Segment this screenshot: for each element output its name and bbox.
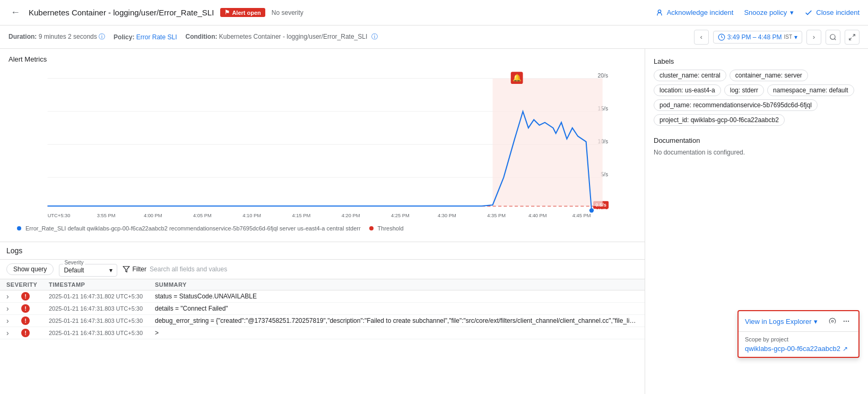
- policy-link[interactable]: Error Rate SLI: [136, 33, 177, 41]
- clock-icon: [718, 33, 725, 41]
- show-query-button[interactable]: Show query: [6, 263, 54, 275]
- svg-text:4:45 PM: 4:45 PM: [572, 213, 591, 218]
- svg-text:20/s: 20/s: [598, 73, 609, 79]
- filter-placeholder: Search all fields and values: [150, 265, 227, 273]
- logs-title: Logs: [6, 246, 22, 255]
- filter-icon-2: [829, 318, 836, 325]
- log-summary-3: >: [155, 329, 638, 337]
- alert-badge: ⚑ Alert open: [220, 8, 265, 17]
- severity-badge: No severity: [272, 9, 303, 16]
- scope-section: Scope by project qwiklabs-gcp-00-f6ca22a…: [739, 332, 858, 357]
- svg-text:4:05 PM: 4:05 PM: [193, 213, 212, 218]
- main-content: Alert Metrics 20/s 15/s 10/s 5/s 0.5/s: [0, 49, 868, 394]
- next-time-button[interactable]: ›: [806, 30, 821, 45]
- view-logs-explorer-button[interactable]: View in Logs Explorer ▾: [745, 318, 818, 326]
- log-timestamp-2: 2025-01-21 16:47:31.803 UTC+5:30: [49, 318, 155, 324]
- labels-section: Labels cluster_name: central container_n…: [654, 57, 860, 126]
- svg-text:🔔: 🔔: [513, 73, 522, 82]
- svg-text:4:10 PM: 4:10 PM: [242, 213, 261, 218]
- svg-text:4:00 PM: 4:00 PM: [144, 213, 162, 218]
- log-severity-icon-1: !: [21, 304, 30, 313]
- log-severity-icon-3: !: [21, 329, 30, 337]
- logs-controls: Show query Severity Default ▾ Filter Sea…: [0, 260, 645, 279]
- scope-project-link[interactable]: qwiklabs-gcp-00-f6ca22aabcb2 ↗: [745, 345, 852, 353]
- svg-text:3:55 PM: 3:55 PM: [97, 213, 116, 218]
- close-incident-button[interactable]: Close incident: [804, 8, 860, 17]
- duration-info-icon[interactable]: ⓘ: [99, 33, 105, 40]
- page-title: Kubernetes Container - logging/user/Erro…: [29, 8, 214, 17]
- label-chip: pod_name: recommendationservice-5b7695dc…: [654, 99, 818, 111]
- svg-text:4:20 PM: 4:20 PM: [342, 213, 360, 218]
- log-summary-0: status = StatusCode.UNAVAILABLE: [155, 293, 638, 300]
- filter-button[interactable]: Filter: [123, 265, 146, 273]
- acknowledge-button[interactable]: Acknowledge incident: [655, 8, 734, 17]
- label-chip: cluster_name: central: [654, 70, 726, 81]
- documentation-text: No documentation is configured.: [654, 149, 860, 156]
- legend-line-dot: [17, 226, 21, 230]
- log-row: › ! 2025-01-21 16:47:31.803 UTC+5:30 deb…: [0, 315, 645, 327]
- logs-explorer-more-icon[interactable]: [840, 315, 852, 327]
- severity-dropdown[interactable]: Default ▾: [59, 264, 117, 277]
- label-chip: container_name: server: [730, 70, 808, 81]
- log-summary-1: details = "Connect Failed": [155, 305, 638, 312]
- svg-point-36: [844, 321, 845, 322]
- label-chip: project_id: qwiklabs-gcp-00-f6ca22aabcb2: [654, 114, 785, 126]
- logs-table-header: SEVERITY TIMESTAMP SUMMARY: [0, 279, 645, 290]
- log-timestamp-3: 2025-01-21 16:47:31.803 UTC+5:30: [49, 330, 155, 336]
- labels-title: Labels: [654, 57, 860, 65]
- svg-line-5: [849, 38, 852, 40]
- scope-label: Scope by project: [745, 336, 852, 342]
- subheader-right: ‹ 3:49 PM – 4:48 PM IST ▾ ›: [694, 30, 860, 45]
- svg-line-3: [835, 38, 836, 40]
- svg-point-2: [830, 34, 835, 39]
- log-row: › ! 2025-01-21 16:47:31.803 UTC+5:30 det…: [0, 303, 645, 315]
- logs-table-body: › ! 2025-01-21 16:47:31.802 UTC+5:30 sta…: [0, 290, 645, 394]
- duration-label: Duration: 9 minutes 2 seconds ⓘ: [8, 32, 105, 41]
- header-actions: Acknowledge incident Snooze policy ▾ Clo…: [655, 8, 860, 17]
- documentation-section: Documentation No documentation is config…: [654, 136, 860, 156]
- expand-icon: [848, 33, 856, 41]
- svg-text:4:15 PM: 4:15 PM: [292, 213, 311, 218]
- log-expand-3[interactable]: ›: [6, 329, 21, 337]
- time-range-button[interactable]: 3:49 PM – 4:48 PM IST ▾: [713, 31, 802, 44]
- prev-time-button[interactable]: ‹: [694, 30, 709, 45]
- svg-line-4: [853, 34, 855, 36]
- legend-threshold-dot: [369, 226, 374, 230]
- legend-threshold-label: Threshold: [378, 225, 404, 232]
- search-button[interactable]: [826, 30, 840, 45]
- logs-explorer-header: View in Logs Explorer ▾: [739, 311, 858, 332]
- svg-text:4:25 PM: 4:25 PM: [391, 213, 410, 218]
- log-summary-2: debug_error_string = {"created":"@173745…: [155, 317, 638, 324]
- left-panel: Alert Metrics 20/s 15/s 10/s 5/s 0.5/s: [0, 49, 645, 394]
- label-chips: cluster_name: central container_name: se…: [654, 70, 860, 126]
- svg-point-38: [848, 321, 849, 322]
- logs-section: Logs Show query Severity Default ▾ Filte…: [0, 242, 645, 394]
- label-chip: namespace_name: default: [767, 84, 854, 96]
- timezone-label: IST: [784, 34, 792, 40]
- expand-button[interactable]: [845, 30, 860, 45]
- filter-area: Filter Search all fields and values: [123, 262, 227, 276]
- log-expand-1[interactable]: ›: [6, 304, 21, 313]
- svg-text:4:30 PM: 4:30 PM: [438, 213, 456, 218]
- metrics-chart: 20/s 15/s 10/s 5/s 0.5/s 0.5/s: [13, 67, 632, 221]
- severity-select: Severity Default ▾: [59, 264, 117, 277]
- checkmark-icon: [804, 8, 813, 17]
- chart-container: 20/s 15/s 10/s 5/s 0.5/s 0.5/s: [8, 67, 636, 237]
- external-link-icon: ↗: [843, 345, 848, 353]
- condition-label: Condition: Kubernetes Container - loggin…: [185, 32, 377, 41]
- condition-info-icon[interactable]: ⓘ: [371, 33, 378, 40]
- snooze-button[interactable]: Snooze policy ▾: [744, 8, 794, 16]
- svg-text:4:35 PM: 4:35 PM: [487, 213, 506, 218]
- log-row: › ! 2025-01-21 16:47:31.803 UTC+5:30 >: [0, 327, 645, 339]
- log-severity-icon-0: !: [21, 292, 30, 301]
- alert-metrics-title: Alert Metrics: [8, 55, 636, 63]
- log-expand-0[interactable]: ›: [6, 292, 21, 301]
- logs-explorer-filter-icon[interactable]: [827, 315, 838, 327]
- documentation-title: Documentation: [654, 136, 860, 144]
- log-expand-2[interactable]: ›: [6, 316, 21, 325]
- svg-text:UTC+5:30: UTC+5:30: [48, 213, 71, 218]
- back-button[interactable]: ←: [8, 7, 22, 18]
- logs-header: Logs: [0, 242, 645, 260]
- more-icon: [843, 318, 850, 325]
- log-timestamp-0: 2025-01-21 16:47:31.802 UTC+5:30: [49, 293, 155, 299]
